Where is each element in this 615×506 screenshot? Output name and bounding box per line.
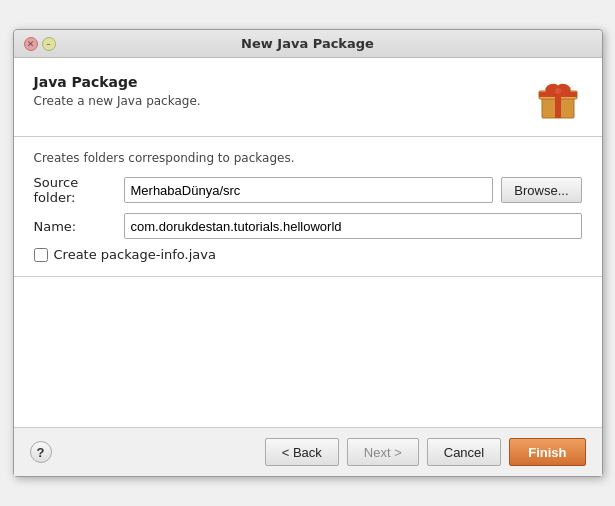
checkbox-label[interactable]: Create package-info.java <box>54 247 216 262</box>
source-folder-row: Source folder: Browse... <box>34 175 582 205</box>
help-button[interactable]: ? <box>30 441 52 463</box>
title-bar-controls: ✕ – <box>24 37 56 51</box>
name-label: Name: <box>34 219 124 234</box>
description-text: Creates folders corresponding to package… <box>34 151 582 165</box>
footer-section: ? < Back Next > Cancel Finish <box>14 427 602 476</box>
footer-right: < Back Next > Cancel Finish <box>265 438 586 466</box>
close-button[interactable]: ✕ <box>24 37 38 51</box>
name-input[interactable] <box>124 213 582 239</box>
title-bar: ✕ – New Java Package <box>14 30 602 58</box>
footer-left: ? <box>30 441 52 463</box>
svg-point-6 <box>555 88 561 94</box>
browse-button[interactable]: Browse... <box>501 177 581 203</box>
page-subtitle: Create a new Java package. <box>34 94 201 108</box>
package-icon <box>534 74 582 122</box>
checkbox-row: Create package-info.java <box>34 247 582 262</box>
page-title: Java Package <box>34 74 201 90</box>
cancel-button[interactable]: Cancel <box>427 438 501 466</box>
body-fill-area <box>14 277 602 427</box>
back-button[interactable]: < Back <box>265 438 339 466</box>
dialog-window: ✕ – New Java Package Java Package Create… <box>13 29 603 477</box>
name-row: Name: <box>34 213 582 239</box>
source-folder-label: Source folder: <box>34 175 124 205</box>
next-button[interactable]: Next > <box>347 438 419 466</box>
source-folder-input[interactable] <box>124 177 494 203</box>
finish-button[interactable]: Finish <box>509 438 585 466</box>
minimize-button[interactable]: – <box>42 37 56 51</box>
header-section: Java Package Create a new Java package. <box>14 58 602 137</box>
dialog-title: New Java Package <box>64 36 552 51</box>
header-text: Java Package Create a new Java package. <box>34 74 201 108</box>
create-package-info-checkbox[interactable] <box>34 248 48 262</box>
content-section: Creates folders corresponding to package… <box>14 137 602 277</box>
